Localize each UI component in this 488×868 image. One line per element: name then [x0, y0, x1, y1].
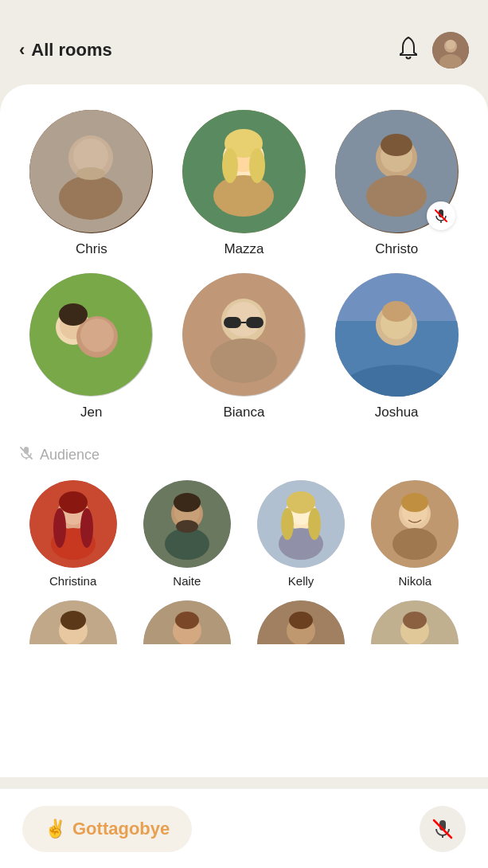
speakers-grid: Chris M: [19, 110, 469, 420]
participant-bianca: Bianca: [172, 273, 317, 420]
name-bianca: Bianca: [224, 405, 265, 420]
audience-participant-kelly: Kelly: [248, 480, 355, 588]
name-christina: Christina: [49, 574, 96, 588]
svg-rect-35: [224, 317, 241, 328]
avatar-wrap-joshua: [335, 273, 459, 397]
svg-point-43: [382, 301, 411, 322]
avatar-wrap-christo: [335, 110, 459, 233]
svg-point-20: [381, 140, 412, 172]
name-kelly: Kelly: [288, 574, 314, 588]
gottagobye-emoji: ✌️: [45, 819, 66, 839]
mute-button[interactable]: [420, 806, 466, 852]
svg-point-14: [224, 129, 263, 158]
user-avatar[interactable]: [432, 32, 469, 68]
avatar-jen: [29, 273, 153, 397]
avatar-wrap-jen: [29, 273, 153, 397]
participant-joshua: Joshua: [324, 273, 469, 420]
partial-audience-row: [19, 600, 469, 644]
bottom-bar: ✌️ Gottagobye: [0, 788, 488, 868]
svg-point-64: [287, 491, 315, 514]
avatar-wrap-mazza: [182, 110, 306, 233]
page-title: All rooms: [31, 40, 111, 61]
svg-point-52: [53, 508, 66, 548]
audience-grid: Christina Naite: [19, 480, 469, 588]
name-nikola: Nikola: [399, 574, 432, 588]
header-actions: [397, 32, 469, 68]
gottagobye-button[interactable]: ✌️ Gottagobye: [22, 806, 192, 852]
svg-point-87: [403, 612, 427, 629]
partial-avatar-1: [29, 600, 117, 644]
svg-point-71: [401, 493, 428, 512]
audience-mic-icon: [19, 446, 33, 464]
bell-icon[interactable]: [397, 36, 420, 65]
avatar-joshua: [335, 273, 459, 397]
svg-point-75: [61, 611, 86, 630]
svg-point-21: [381, 134, 412, 156]
name-joshua: Joshua: [375, 405, 419, 420]
partial-avatar-4: [371, 600, 459, 644]
name-jen: Jen: [80, 405, 102, 420]
participant-mazza: Mazza: [172, 110, 317, 257]
name-chris: Chris: [76, 241, 107, 257]
main-card: Chris M: [0, 84, 488, 777]
svg-point-19: [366, 175, 427, 217]
audience-header: Audience: [19, 446, 469, 464]
avatar-wrap-bianca: [182, 273, 306, 397]
gottagobye-label: Gottagobye: [72, 819, 170, 839]
name-christo: Christo: [375, 241, 418, 257]
mute-btn-icon: [432, 819, 453, 839]
svg-point-8: [76, 167, 105, 180]
svg-point-9: [182, 110, 305, 233]
svg-point-33: [210, 338, 277, 383]
audience-participant-nikola: Nikola: [361, 480, 469, 588]
avatar-wrap-chris: [29, 110, 153, 233]
svg-point-30: [59, 303, 88, 326]
avatar-mazza: [182, 110, 306, 233]
svg-point-58: [174, 493, 201, 512]
svg-point-16: [249, 148, 265, 183]
audience-section: Audience Christin: [19, 446, 469, 644]
audience-label: Audience: [40, 447, 100, 463]
avatar-christina: [29, 480, 117, 568]
participant-chris: Chris: [19, 110, 164, 257]
mute-badge-christo: [427, 201, 455, 230]
svg-point-29: [80, 319, 114, 352]
svg-point-5: [68, 135, 113, 180]
svg-point-79: [175, 612, 199, 629]
avatar-kelly: [257, 480, 345, 568]
svg-point-3: [446, 40, 455, 49]
svg-rect-36: [246, 317, 264, 328]
svg-rect-10: [182, 110, 306, 233]
partial-4: [361, 600, 469, 644]
svg-point-7: [73, 139, 108, 174]
avatar-chris: [29, 110, 153, 233]
svg-point-51: [59, 491, 88, 514]
svg-point-59: [176, 520, 198, 533]
svg-point-13: [228, 140, 260, 172]
name-mazza: Mazza: [224, 241, 264, 257]
back-arrow-icon: ‹: [19, 40, 25, 61]
avatar-bianca: [182, 273, 306, 397]
svg-point-12: [213, 175, 274, 217]
svg-point-66: [308, 508, 321, 540]
partial-avatar-3: [257, 600, 345, 644]
participant-christo: Christo: [324, 110, 469, 257]
audience-participant-christina: Christina: [19, 480, 127, 588]
svg-point-65: [281, 508, 294, 540]
partial-avatar-2: [143, 600, 231, 644]
header: ‹ All rooms: [0, 0, 488, 84]
avatar-nikola: [371, 480, 459, 568]
participant-jen: Jen: [19, 273, 164, 420]
svg-point-11: [223, 137, 264, 178]
name-naite: Naite: [173, 574, 201, 588]
svg-point-4: [29, 110, 152, 233]
audience-participant-naite: Naite: [133, 480, 240, 588]
svg-point-6: [59, 175, 123, 220]
partial-3: [248, 600, 355, 644]
partial-1: [19, 600, 127, 644]
partial-2: [133, 600, 240, 644]
svg-point-69: [392, 528, 437, 560]
svg-point-83: [289, 612, 313, 629]
svg-point-15: [222, 148, 238, 183]
back-button[interactable]: ‹ All rooms: [19, 40, 112, 61]
